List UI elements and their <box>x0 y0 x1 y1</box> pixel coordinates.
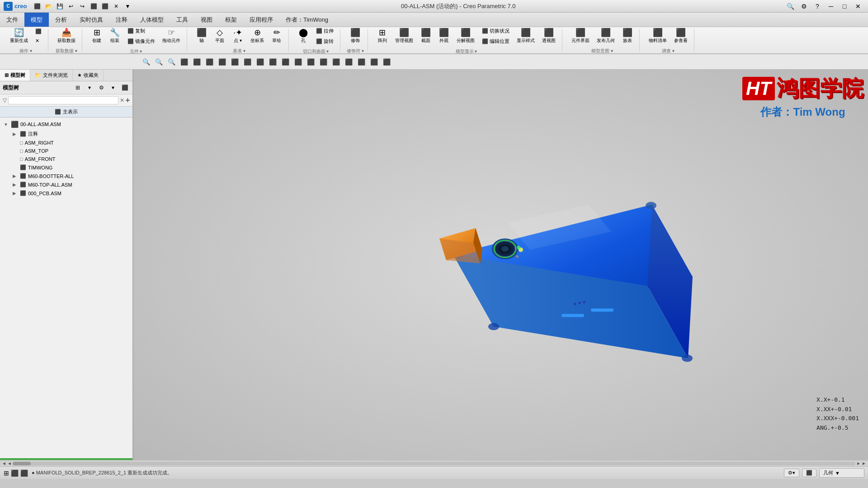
more-btn[interactable]: ▼ <box>123 2 132 11</box>
tree-item-pcb[interactable]: ▶ ⬛ 000_PCB.ASM <box>0 189 132 197</box>
scroll-thumb[interactable] <box>13 462 31 465</box>
array-btn[interactable]: ⊞ 阵列 <box>374 27 391 46</box>
view17-btn[interactable]: ⬛ <box>381 56 392 68</box>
tree-item-asmtop[interactable]: □ ASM_TOP <box>0 147 132 155</box>
status-icon1[interactable]: ⊞ <box>4 469 9 477</box>
scroll-prev-btn[interactable]: ◄ <box>7 461 12 466</box>
view6-btn[interactable]: ⬛ <box>241 56 253 68</box>
axis-btn[interactable]: ⬛ 轴 <box>193 27 210 46</box>
manageview-btn[interactable]: ⬛ 管理视图 <box>392 27 416 46</box>
status-tool2[interactable]: ⬛ <box>802 469 816 477</box>
menu-model[interactable]: 模型 <box>24 13 49 27</box>
menu-tools[interactable]: 工具 <box>170 13 194 27</box>
tree-item-bootter[interactable]: ▶ ⬛ M60-BOOTTER-ALL <box>0 172 132 180</box>
assemble-btn[interactable]: 🔧 组装 <box>107 27 123 46</box>
new-btn[interactable]: ⬛ <box>32 2 42 11</box>
search-add-btn[interactable]: + <box>126 96 130 104</box>
bom-btn[interactable]: ⬛ 物料清单 <box>646 27 670 46</box>
minimize-btn[interactable]: ─ <box>825 1 837 11</box>
perspective-btn[interactable]: ⬛ 透视图 <box>539 27 558 46</box>
save-btn[interactable]: 💾 <box>55 2 65 11</box>
familytable-btn[interactable]: ⬛ 族表 <box>619 27 636 46</box>
modifier-btn[interactable]: ⬛ 修饰 <box>347 27 363 46</box>
tree-item-timwong[interactable]: ⬛ TIMWONG <box>0 163 132 172</box>
tool5[interactable]: ⬛ <box>89 2 99 11</box>
viewport[interactable]: HT 鸿图学院 作者：Tim Wong X.X+-0.1 X.XX+-0.01 … <box>133 70 868 460</box>
explode-btn[interactable]: ⬛ 分解视图 <box>454 27 477 46</box>
tree-item-asmfront[interactable]: □ ASM_FRONT <box>0 155 132 163</box>
view2-btn[interactable]: ⬛ <box>191 56 203 68</box>
redo-btn[interactable]: ↪ <box>77 2 87 11</box>
view15-btn[interactable]: ⬛ <box>355 56 367 68</box>
tree-tool1[interactable]: ⊞ <box>73 83 83 92</box>
pubgeo-btn[interactable]: ⬛ 发布几何 <box>594 27 618 46</box>
menu-analysis[interactable]: 分析 <box>49 13 73 27</box>
scroll-track[interactable] <box>13 462 855 465</box>
section-btn[interactable]: ⬛ 截面 <box>418 27 434 46</box>
view7-btn[interactable]: ⬛ <box>254 56 266 68</box>
undo-btn[interactable]: ↩ <box>66 2 76 11</box>
view9-btn[interactable]: ⬛ <box>279 56 291 68</box>
tab-model-tree[interactable]: ⊞ 模型树 <box>0 70 30 81</box>
point-btn[interactable]: ·✦ 点 ▾ <box>230 27 246 46</box>
menu-view[interactable]: 视图 <box>194 13 219 27</box>
menu-simulation[interactable]: 实时仿真 <box>73 13 109 27</box>
open-btn[interactable]: 📂 <box>43 2 53 11</box>
view16-btn[interactable]: ⬛ <box>368 56 380 68</box>
hole-btn[interactable]: ⬤ 孔 <box>295 27 311 46</box>
tree-item-root[interactable]: ▼ ⬛ 00-ALL-ASM.ASM <box>0 119 132 129</box>
geometry-dropdown[interactable]: 几何 ▼ <box>819 468 864 478</box>
menu-annotation[interactable]: 注释 <box>109 13 134 27</box>
tree-tool2[interactable]: ▾ <box>85 83 94 92</box>
master-display-btn[interactable]: ⬛ 主表示 <box>0 107 132 117</box>
tab-favorites[interactable]: ★ 收藏夹 <box>73 70 104 81</box>
menu-author[interactable]: 作者：TimWong <box>279 13 335 27</box>
close-file-btn[interactable]: ✕ <box>111 2 121 11</box>
help-btn[interactable]: ? <box>811 1 824 11</box>
view5-btn[interactable]: ⬛ <box>229 56 241 68</box>
view3-btn[interactable]: ⬛ <box>203 56 215 68</box>
scroll-next-btn[interactable]: ► <box>856 461 861 466</box>
refview-btn[interactable]: ⬛ 参查看 <box>671 27 690 46</box>
sketch-btn[interactable]: ✏ 草绘 <box>269 27 285 46</box>
tree-search-input[interactable] <box>8 96 118 104</box>
view12-btn[interactable]: ⬛ <box>317 56 329 68</box>
view4-btn[interactable]: ⬛ <box>216 56 228 68</box>
regenerate-btn[interactable]: 🔄 重新生成 <box>7 27 31 46</box>
view10-btn[interactable]: ⬛ <box>292 56 304 68</box>
status-tool1[interactable]: ⚙▾ <box>784 469 799 477</box>
zoom-in-btn[interactable]: 🔍 <box>153 56 165 68</box>
create-btn[interactable]: ⊞ 创建 <box>89 27 105 46</box>
interface-btn[interactable]: ⬛ 元件界面 <box>569 27 592 46</box>
zoom-out-btn[interactable]: 🔍 <box>165 56 177 68</box>
view1-btn[interactable]: ⬛ <box>178 56 190 68</box>
menu-human[interactable]: 人体模型 <box>134 13 170 27</box>
menu-apps[interactable]: 应用程序 <box>243 13 279 27</box>
appearance-btn[interactable]: ⬛ 外观 <box>436 27 452 46</box>
tree-tool3[interactable]: ▾ <box>108 83 118 92</box>
scroll-left-btn[interactable]: ◄ <box>2 461 6 466</box>
tree-tool4[interactable]: ⬛ <box>120 83 130 92</box>
tab-folder-browser[interactable]: 📁 文件夹浏览 <box>30 70 73 81</box>
regen-sub1[interactable]: ⬛ <box>33 27 44 36</box>
view13-btn[interactable]: ⬛ <box>330 56 342 68</box>
status-icon2[interactable]: ⬛ <box>11 469 19 477</box>
drag-btn[interactable]: ☞ 拖动元件 <box>160 27 183 46</box>
tree-item-asmright[interactable]: □ ASM_RIGHT <box>0 139 132 147</box>
status-icon3[interactable]: ⬛ <box>20 469 28 477</box>
getdata-btn[interactable]: 📥 获取数据 <box>55 27 78 46</box>
plane-btn[interactable]: ◇ 平面 <box>212 27 228 46</box>
mirror-btn[interactable]: ⬛ 镜像元件 <box>125 37 158 46</box>
tree-item-annotation[interactable]: ▶ ⬛ 注释 <box>0 129 132 139</box>
scroll-right-btn[interactable]: ► <box>862 461 866 466</box>
regen-sub2[interactable]: ✕ <box>33 37 44 45</box>
maximize-btn[interactable]: □ <box>838 1 851 11</box>
tree-item-top[interactable]: ▶ ⬛ M60-TOP-ALL.ASM <box>0 180 132 189</box>
menu-framework[interactable]: 框架 <box>219 13 243 27</box>
view8-btn[interactable]: ⬛ <box>267 56 278 68</box>
zoom-fit-btn[interactable]: 🔍 <box>140 56 152 68</box>
menu-file[interactable]: 文件 <box>0 13 24 27</box>
coord-btn[interactable]: ⊕ 坐标系 <box>248 27 267 46</box>
editpos-btn[interactable]: ⬛ 编辑位置 <box>479 37 512 46</box>
tree-settings-icon[interactable]: ⚙ <box>96 83 106 92</box>
